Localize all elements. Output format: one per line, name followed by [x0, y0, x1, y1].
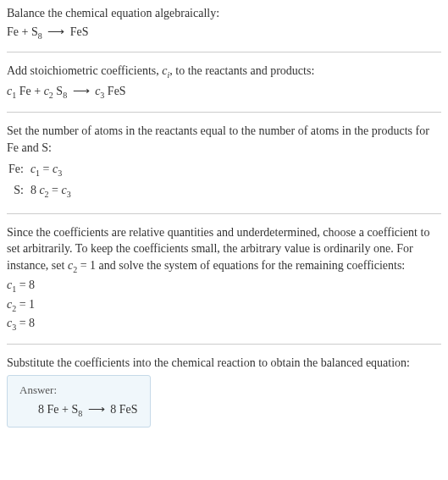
reactant-2-sub: 8: [63, 91, 67, 100]
divider: [7, 112, 441, 113]
reactant-1: 8 Fe: [38, 403, 59, 416]
product-1: FeS: [104, 85, 125, 97]
arrow-icon: ⟶: [47, 25, 64, 38]
divider: [7, 52, 441, 52]
eq-sign: =: [40, 163, 53, 175]
answer-label: Answer:: [19, 383, 138, 398]
divider: [7, 213, 441, 214]
section-1-equation: Fe + S8 ⟶ FeS: [7, 24, 441, 42]
constraint-eq: 8 c2 = c3: [30, 182, 75, 201]
section-2-intro: Add stoichiometric coefficients, ci, to …: [7, 63, 441, 81]
table-row: S: 8 c2 = c3: [8, 182, 75, 201]
coeff-line: c1 = 8: [7, 277, 441, 295]
atom-label: S:: [8, 182, 29, 201]
coeff-val: = 8: [16, 317, 35, 329]
product-1: FeS: [70, 25, 89, 38]
rhs-sub: 3: [67, 190, 71, 199]
product-1: 8 FeS: [110, 403, 137, 416]
reactant-1: Fe: [16, 85, 31, 97]
arrow-icon: ⟶: [88, 403, 105, 416]
section-2-equation: c1 Fe + c2 S8 ⟶ c3 FeS: [7, 83, 441, 102]
section-3-intro: Set the number of atoms in the reactants…: [7, 123, 441, 156]
table-row: Fe: c1 = c3: [8, 161, 75, 180]
arrow-icon: ⟶: [73, 85, 90, 97]
atom-label: Fe:: [8, 161, 29, 180]
plus-sign: +: [19, 25, 31, 38]
lhs-pre: 8: [30, 184, 40, 196]
section-1: Balance the chemical equation algebraica…: [7, 5, 441, 41]
section-5: Substitute the coefficients into the che…: [7, 355, 441, 428]
reactant-2-base: S: [31, 25, 38, 38]
plus-sign: +: [59, 403, 72, 416]
section-4: Since the coefficients are relative quan…: [7, 224, 441, 334]
section-2: Add stoichiometric coefficients, ci, to …: [7, 63, 441, 102]
section-2-intro-a: Add stoichiometric coefficients,: [7, 64, 162, 77]
answer-box: Answer: 8 Fe + S8 ⟶ 8 FeS: [7, 375, 151, 428]
coeff-val: = 1: [16, 298, 35, 311]
coeff-line: c2 = 1: [7, 296, 441, 315]
section-3: Set the number of atoms in the reactants…: [7, 123, 441, 203]
divider: [7, 344, 441, 345]
plus-sign: +: [31, 85, 44, 97]
rhs-sub: 3: [58, 168, 62, 178]
set-eq: = 1: [77, 259, 96, 272]
reactant-2-sub: 8: [78, 409, 82, 418]
coeff-val: = 8: [16, 279, 35, 291]
section-4-intro-b: and solve the system of equations for th…: [96, 259, 405, 272]
section-5-intro: Substitute the coefficients into the che…: [7, 355, 441, 372]
reactant-2-sub: 8: [38, 30, 42, 40]
section-2-intro-b: , to the reactants and products:: [169, 64, 314, 77]
constraint-eq: c1 = c3: [30, 161, 75, 180]
reactant-2-base: S: [53, 85, 63, 97]
answer-equation: 8 Fe + S8 ⟶ 8 FeS: [19, 401, 138, 420]
coeff-line: c3 = 8: [7, 315, 441, 334]
eq-sign: =: [49, 184, 62, 196]
reactant-1: Fe: [7, 25, 19, 38]
constraint-table: Fe: c1 = c3 S: 8 c2 = c3: [7, 159, 76, 203]
section-4-intro: Since the coefficients are relative quan…: [7, 224, 441, 276]
section-1-intro: Balance the chemical equation algebraica…: [7, 5, 441, 22]
